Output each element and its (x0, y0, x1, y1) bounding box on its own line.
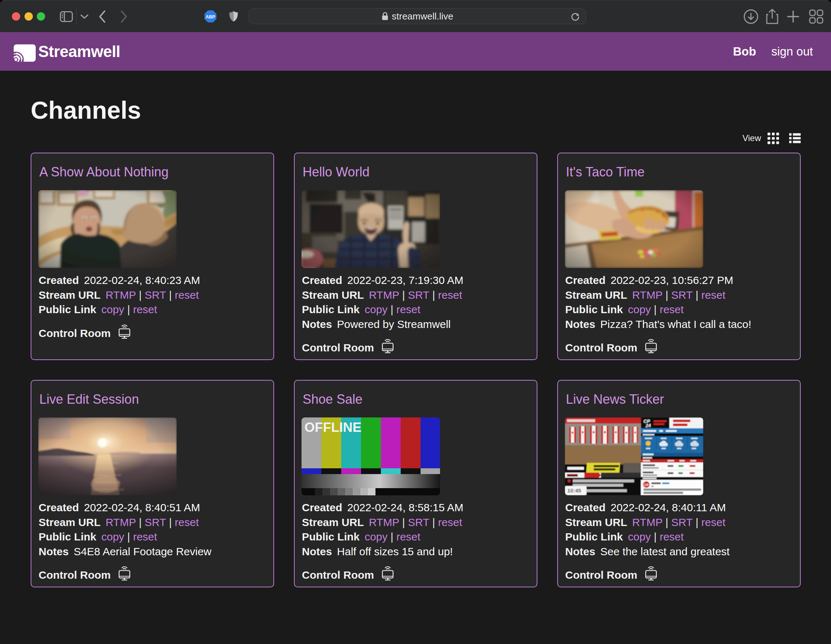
svg-text:ABP: ABP (205, 14, 215, 19)
svg-text:24: 24 (645, 423, 651, 428)
svg-text:CP: CP (644, 483, 649, 487)
svg-text:10:45: 10:45 (567, 488, 581, 494)
svg-text:OFFLINE: OFFLINE (304, 420, 361, 435)
